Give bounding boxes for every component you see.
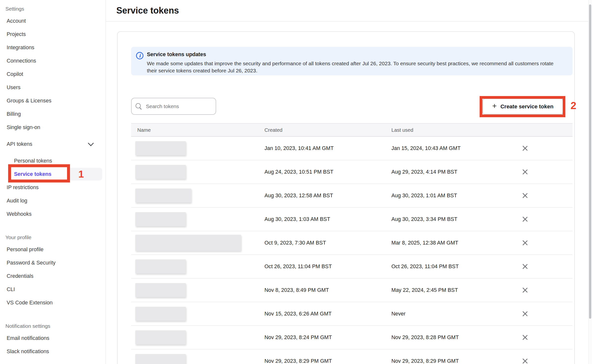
sidebar-item-slack-notifications[interactable]: Slack notifications [0, 345, 105, 358]
last-used-cell: Jan 15, 2024, 10:43 AM GMT [391, 145, 461, 151]
sidebar-item-label: Account [7, 18, 26, 24]
created-cell: Aug 24, 2023, 10:51 PM BST [264, 169, 333, 175]
redacted-name-placeholder [135, 189, 191, 203]
sidebar-section-your-profile: Your profile [0, 232, 105, 243]
sidebar-item-label: IP restrictions [7, 184, 39, 191]
sidebar-item-billing[interactable]: Billing [0, 107, 105, 121]
last-used-cell: Nov 29, 2023, 8:28 PM GMT [391, 334, 459, 341]
delete-token-button[interactable] [521, 192, 529, 199]
scrollbar-thumb[interactable] [589, 4, 591, 319]
token-table-body: Jan 10, 2023, 10:41 AM GMTJan 15, 2024, … [131, 137, 573, 364]
search-box [131, 98, 216, 115]
redacted-name-placeholder [135, 260, 186, 274]
redacted-name-placeholder [135, 212, 186, 226]
sidebar: SettingsAccountProjectsIntegrationsConne… [0, 0, 106, 364]
delete-token-button[interactable] [521, 168, 529, 176]
x-icon [521, 357, 529, 364]
table-row: Nov 29, 2023, 8:24 PM GMTNov 29, 2023, 8… [131, 326, 573, 349]
table-row: Nov 29, 2023, 8:29 PM GMTNov 29, 2023, 8… [131, 349, 573, 364]
delete-token-button[interactable] [521, 145, 529, 152]
sidebar-section-settings: Settings [0, 3, 105, 14]
sidebar-item-copilot[interactable]: Copilot [0, 67, 105, 81]
table-row: Aug 24, 2023, 10:51 PM BSTAug 29, 2023, … [131, 160, 573, 184]
sidebar-item-label: Webhooks [7, 211, 32, 217]
delete-token-button[interactable] [521, 239, 529, 247]
sidebar-item-label: Password & Security [7, 260, 55, 266]
sidebar-item-label: Connections [7, 58, 36, 64]
sidebar-item-personal-profile[interactable]: Personal profile [0, 243, 105, 256]
sidebar-item-cli[interactable]: CLI [0, 283, 105, 296]
sidebar-item-label: CLI [7, 286, 15, 293]
sidebar-item-label: Slack notifications [7, 348, 49, 355]
sidebar-item-vs-code-extension[interactable]: VS Code Extension [0, 296, 105, 309]
x-icon [521, 263, 529, 270]
redacted-name-placeholder [135, 283, 186, 297]
sidebar-item-password-security[interactable]: Password & Security [0, 256, 105, 269]
sidebar-item-single-sign-on[interactable]: Single sign-on [0, 121, 105, 134]
x-icon [521, 310, 529, 317]
last-used-cell: Never [391, 311, 405, 317]
search-input[interactable] [131, 98, 216, 115]
sidebar-section-notification-settings: Notification settings [0, 321, 105, 331]
delete-token-button[interactable] [521, 286, 529, 294]
last-used-cell: Aug 30, 2023, 1:01 AM BST [391, 193, 457, 199]
table-row: Nov 15, 2023, 6:26 AM GMTNever [131, 302, 573, 326]
delete-token-button[interactable] [521, 263, 529, 270]
sidebar-item-webhooks[interactable]: Webhooks [0, 207, 105, 221]
created-cell: Aug 30, 2023, 12:58 AM BST [264, 193, 333, 199]
sidebar-item-users[interactable]: Users [0, 81, 105, 94]
redacted-name-placeholder [135, 354, 186, 364]
service-tokens-card: i Service tokens updates We made some up… [117, 31, 575, 364]
last-used-cell: Oct 26, 2023, 11:04 PM BST [391, 264, 459, 270]
sidebar-item-label: Copilot [7, 71, 23, 77]
delete-token-button[interactable] [521, 357, 529, 364]
sidebar-item-label: Audit log [7, 198, 27, 204]
page-title: Service tokens [116, 5, 179, 16]
redacted-name-placeholder [135, 141, 186, 155]
info-icon: i [136, 52, 143, 59]
created-cell: Oct 9, 2023, 7:30 AM BST [264, 240, 326, 246]
created-cell: Nov 29, 2023, 8:24 PM GMT [264, 334, 332, 341]
sidebar-item-label: Personal profile [7, 247, 43, 253]
table-row: Oct 26, 2023, 11:04 PM BSTOct 26, 2023, … [131, 255, 573, 279]
created-cell: Nov 15, 2023, 6:26 AM GMT [264, 311, 331, 317]
created-cell: Nov 29, 2023, 8:29 PM GMT [264, 358, 332, 364]
sidebar-item-connections[interactable]: Connections [0, 54, 105, 67]
sidebar-item-projects[interactable]: Projects [0, 28, 105, 41]
sidebar-item-email-notifications[interactable]: Email notifications [0, 331, 105, 345]
sidebar-item-groups-licenses[interactable]: Groups & Licenses [0, 94, 105, 107]
sidebar-item-account[interactable]: Account [0, 14, 105, 28]
service-tokens-table: Name Created Last used Jan 10, 2023, 10:… [131, 123, 573, 364]
annotation-label-2: 2 [571, 100, 576, 112]
delete-token-button[interactable] [521, 310, 529, 317]
delete-token-button[interactable] [521, 215, 529, 223]
sidebar-item-audit-log[interactable]: Audit log [0, 194, 105, 207]
sidebar-item-label: Email notifications [7, 335, 49, 341]
sidebar-item-credentials[interactable]: Credentials [0, 269, 105, 283]
redacted-name-placeholder [135, 331, 186, 345]
sidebar-nav: SettingsAccountProjectsIntegrationsConne… [0, 3, 105, 358]
plus-icon: + [492, 102, 497, 110]
sidebar-item-label: Billing [7, 111, 21, 117]
delete-token-button[interactable] [521, 334, 529, 341]
sidebar-item-integrations[interactable]: Integrations [0, 41, 105, 54]
last-used-cell: May 22, 2024, 2:45 PM BST [391, 287, 458, 293]
table-row: Oct 9, 2023, 7:30 AM BSTMar 8, 2025, 12:… [131, 231, 573, 255]
create-service-token-button[interactable]: + Create service token [483, 99, 563, 115]
x-icon [521, 239, 529, 247]
created-cell: Oct 26, 2023, 11:04 PM BST [264, 264, 332, 270]
settings-screen: SettingsAccountProjectsIntegrationsConne… [0, 0, 592, 364]
sidebar-item-label: VS Code Extension [7, 300, 52, 306]
scrollbar [588, 0, 592, 364]
sidebar-item-label: Integrations [7, 45, 34, 51]
create-service-token-label: Create service token [500, 103, 553, 110]
sidebar-item-ip-restrictions[interactable]: IP restrictions [0, 181, 105, 194]
chevron-down-icon [89, 142, 94, 146]
annotation-label-1: 1 [78, 169, 84, 180]
sidebar-item-api-tokens[interactable]: API tokens [0, 137, 105, 151]
redacted-name-placeholder [135, 307, 186, 321]
created-cell: Nov 8, 2023, 8:49 PM GMT [264, 287, 329, 293]
sidebar-item-service-tokens[interactable]: Service tokens1 [0, 167, 105, 181]
column-header-last-used: Last used [391, 127, 413, 133]
redacted-name-placeholder [135, 235, 241, 251]
